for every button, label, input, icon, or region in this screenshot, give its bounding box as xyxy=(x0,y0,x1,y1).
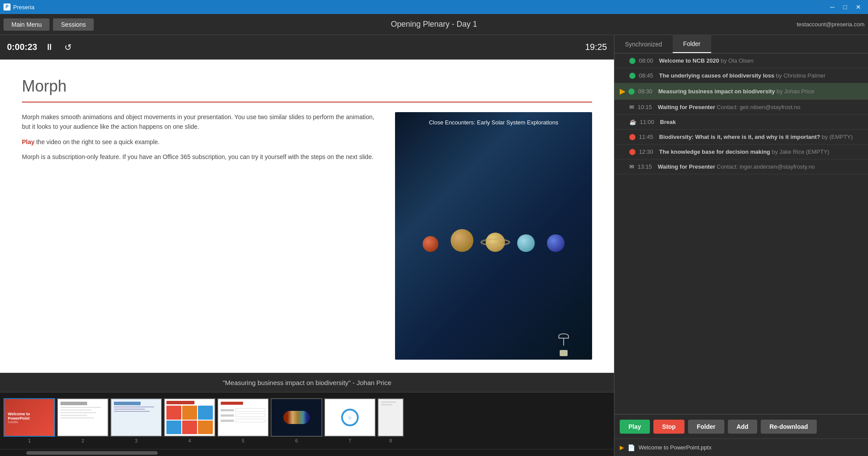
slide-image-title: Close Encounters: Early Solar System Exp… xyxy=(395,119,592,126)
thumbnail-7[interactable]: ○ 7 xyxy=(324,398,376,443)
saturn-planet xyxy=(486,233,505,252)
thumbnail-6[interactable]: 6 xyxy=(271,398,322,443)
thumb-num-1: 1 xyxy=(28,438,31,443)
no-arrow-8 xyxy=(620,163,626,170)
title-2: The underlying causes of biodiversity lo… xyxy=(659,72,826,79)
thumbnail-1[interactable]: Welcome to PowerPoint Subtitle 1 xyxy=(4,398,55,443)
thumbnail-4[interactable]: 4 xyxy=(164,398,215,443)
thumb-num-4: 4 xyxy=(188,438,191,443)
title-4: Waiting for Presenter Contact: geir.nils… xyxy=(658,104,801,110)
thumb1-sub: Subtitle xyxy=(8,421,18,424)
t4-c3 xyxy=(198,406,213,420)
t3-l2 xyxy=(114,409,145,410)
t5-input1 xyxy=(236,408,265,412)
app-icon: P xyxy=(4,4,11,11)
titlebar: P Preseria ─ □ ✕ xyxy=(0,0,868,14)
thumb7-content: ○ xyxy=(325,399,375,436)
session-item-3[interactable]: ▶ 09:30 Measuring business impact on bio… xyxy=(614,83,868,100)
session-item-8[interactable]: ✉ 13:15 Waiting for Presenter Contact: i… xyxy=(614,159,868,174)
slide-image: Close Encounters: Early Solar System Exp… xyxy=(395,112,592,360)
session-item-7[interactable]: 12:30 The knowledge base for decision ma… xyxy=(614,145,868,159)
minimize-button[interactable]: ─ xyxy=(827,3,838,11)
t4-c6 xyxy=(198,421,213,435)
saturn-ring xyxy=(480,238,510,246)
menu-buttons: Main Menu Sessions xyxy=(4,18,94,31)
thumbnail-8[interactable]: 8 xyxy=(378,398,404,443)
thumb-img-2 xyxy=(57,398,109,437)
session-item-1[interactable]: 08:00 Welcome to NCB 2020 by Ola Olsen xyxy=(614,53,868,68)
slide-text: Morph makes smooth animations and object… xyxy=(22,112,382,360)
slide-para-2: Play the video on the right to see a qui… xyxy=(22,137,382,147)
stop-button[interactable]: Stop xyxy=(653,420,685,434)
time-4: 10:15 xyxy=(638,104,654,110)
title-6: Biodiversity: What is it, where is it, a… xyxy=(659,134,853,140)
close-button[interactable]: ✕ xyxy=(852,3,864,11)
session-item-6[interactable]: 11:45 Biodiversity: What is it, where is… xyxy=(614,130,868,145)
maximize-button[interactable]: □ xyxy=(840,3,850,11)
thumbnail-3[interactable]: 3 xyxy=(110,398,162,443)
thumb-num-3: 3 xyxy=(135,438,138,443)
t4-c5 xyxy=(182,421,197,435)
tab-synchronized[interactable]: Synchronized xyxy=(614,35,673,53)
t3-header xyxy=(114,402,141,405)
title-7: The knowledge base for decision making b… xyxy=(659,148,829,155)
title-1: Welcome to NCB 2020 by Ola Olsen xyxy=(659,57,754,64)
time-6: 11:45 xyxy=(639,134,656,140)
redownload-button[interactable]: Re-download xyxy=(761,420,817,434)
add-button[interactable]: Add xyxy=(728,420,757,434)
mars-planet xyxy=(423,236,438,252)
file-arrow-icon: ▶ xyxy=(620,444,624,451)
slide-para-3: Morph is a subscription-only feature. If… xyxy=(22,152,382,162)
time-8: 13:15 xyxy=(638,163,654,170)
thumb-img-7: ○ xyxy=(324,398,376,437)
status-red-7 xyxy=(629,149,635,155)
action-bar: Play Stop Folder Add Re-download xyxy=(614,414,868,438)
probe-dish xyxy=(558,333,569,339)
main-menu-button[interactable]: Main Menu xyxy=(4,18,49,31)
horizontal-scrollbar[interactable] xyxy=(0,449,614,456)
presentation-title: Opening Plenary - Day 1 xyxy=(391,20,477,29)
app-name: Preseria xyxy=(13,4,34,11)
slide-para-1: Morph makes smooth animations and object… xyxy=(22,112,382,132)
session-list: 08:00 Welcome to NCB 2020 by Ola Olsen 0… xyxy=(614,53,868,414)
t8-l1 xyxy=(381,402,396,403)
slide-body: Morph makes smooth animations and object… xyxy=(22,112,592,360)
thumb-img-4 xyxy=(164,398,215,437)
probe-arm xyxy=(563,339,564,346)
thumb8-content xyxy=(378,399,403,436)
session-item-5[interactable]: ☕ 11:00 Break xyxy=(614,115,868,130)
thumbnail-2[interactable]: 2 xyxy=(57,398,109,443)
sessions-button[interactable]: Sessions xyxy=(53,18,94,31)
app-title-section: P Preseria xyxy=(4,4,34,11)
folder-button[interactable]: Folder xyxy=(688,420,724,434)
uranus-planet xyxy=(517,234,535,252)
thumb-img-5 xyxy=(217,398,269,437)
t4-c2 xyxy=(182,406,197,420)
t5-input2 xyxy=(236,414,265,417)
reset-button[interactable]: ↺ xyxy=(62,40,74,54)
title-5: Break xyxy=(660,119,676,125)
t2-l1 xyxy=(60,407,101,408)
hscroll-thumb[interactable] xyxy=(26,451,158,455)
t5-r2 xyxy=(221,414,265,417)
play-button[interactable]: Play xyxy=(620,420,650,434)
window-controls: ─ □ ✕ xyxy=(827,3,864,11)
thumb4-content xyxy=(165,399,215,436)
no-arrow-4 xyxy=(620,104,626,110)
pause-button[interactable]: ⏸ xyxy=(42,40,56,54)
thumbnail-strip: Welcome to PowerPoint Subtitle 1 xyxy=(0,392,614,449)
thumbnail-5[interactable]: 5 xyxy=(217,398,269,443)
t5-title xyxy=(221,402,243,405)
tab-folder[interactable]: Folder xyxy=(673,35,711,53)
time-3: 09:30 xyxy=(638,88,655,95)
slide-caption: "Measuring business impact on biodiversi… xyxy=(0,373,614,392)
slide-content: Morph Morph makes smooth animations and … xyxy=(0,60,614,373)
thumb1-title: Welcome to PowerPoint xyxy=(8,412,51,421)
current-arrow: ▶ xyxy=(620,87,625,95)
t5-input3 xyxy=(236,419,265,422)
thumb-num-2: 2 xyxy=(81,438,84,443)
no-arrow-1 xyxy=(620,57,626,64)
presenter-controls: 0:00:23 ⏸ ↺ 19:25 xyxy=(0,35,614,60)
session-item-2[interactable]: 08:45 The underlying causes of biodivers… xyxy=(614,68,868,83)
session-item-4[interactable]: ✉ 10:15 Waiting for Presenter Contact: g… xyxy=(614,100,868,115)
